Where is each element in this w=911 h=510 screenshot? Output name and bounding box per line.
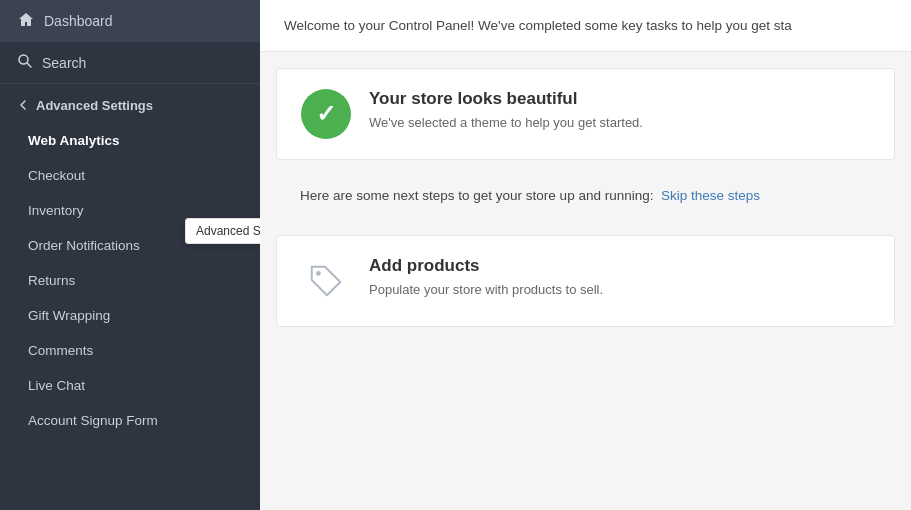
sidebar-item-returns[interactable]: Returns	[0, 263, 260, 298]
sidebar-item-checkout[interactable]: Checkout	[0, 158, 260, 193]
checkout-label: Checkout	[28, 168, 85, 183]
sidebar-nav-list: Web Analytics Checkout Inventory Order N…	[0, 123, 260, 510]
sidebar-item-account-signup-form[interactable]: Account Signup Form	[0, 403, 260, 438]
sidebar-item-gift-wrapping[interactable]: Gift Wrapping	[0, 298, 260, 333]
card1-title: Your store looks beautiful	[369, 89, 643, 109]
sidebar-item-comments[interactable]: Comments	[0, 333, 260, 368]
sidebar-item-live-chat[interactable]: Live Chat	[0, 368, 260, 403]
sidebar-item-web-analytics[interactable]: Web Analytics	[0, 123, 260, 158]
card2-content: Add products Populate your store with pr…	[369, 256, 603, 297]
section-header-label: Advanced Settings	[36, 98, 153, 113]
sidebar-item-dashboard[interactable]: Dashboard	[0, 0, 260, 42]
svg-point-2	[316, 271, 321, 276]
next-steps-banner: Here are some next steps to get your sto…	[276, 172, 895, 219]
skip-steps-link[interactable]: Skip these steps	[661, 188, 760, 203]
gift-wrapping-label: Gift Wrapping	[28, 308, 110, 323]
next-steps-text: Here are some next steps to get your sto…	[300, 188, 653, 203]
sidebar: Dashboard Search Advanced Settings Web A…	[0, 0, 260, 510]
order-notifications-label: Order Notifications	[28, 238, 140, 253]
svg-line-1	[27, 63, 31, 67]
live-chat-label: Live Chat	[28, 378, 85, 393]
card2-title: Add products	[369, 256, 603, 276]
comments-label: Comments	[28, 343, 93, 358]
tooltip-text: Advanced Settings	[196, 224, 260, 238]
welcome-banner: Welcome to your Control Panel! We've com…	[260, 0, 911, 52]
sidebar-top: Dashboard Search	[0, 0, 260, 84]
check-circle-icon: ✓	[301, 89, 351, 139]
returns-label: Returns	[28, 273, 75, 288]
add-products-card: Add products Populate your store with pr…	[276, 235, 895, 327]
search-label: Search	[42, 55, 86, 71]
sidebar-search[interactable]: Search	[0, 42, 260, 84]
card2-description: Populate your store with products to sel…	[369, 282, 603, 297]
card1-description: We've selected a theme to help you get s…	[369, 115, 643, 130]
main-content: Welcome to your Control Panel! We've com…	[260, 0, 911, 510]
home-icon	[18, 12, 34, 30]
chevron-left-icon	[18, 98, 28, 113]
welcome-text: Welcome to your Control Panel! We've com…	[284, 18, 792, 33]
account-signup-form-label: Account Signup Form	[28, 413, 158, 428]
dashboard-label: Dashboard	[44, 13, 113, 29]
tag-icon	[301, 256, 351, 306]
advanced-settings-tooltip: Advanced Settings	[185, 218, 260, 244]
sidebar-section-header[interactable]: Advanced Settings	[0, 84, 260, 123]
web-analytics-label: Web Analytics	[28, 133, 120, 148]
store-beautiful-card: ✓ Your store looks beautiful We've selec…	[276, 68, 895, 160]
card1-content: Your store looks beautiful We've selecte…	[369, 89, 643, 130]
search-icon	[18, 54, 32, 71]
checkmark-icon: ✓	[316, 102, 336, 126]
inventory-label: Inventory	[28, 203, 84, 218]
